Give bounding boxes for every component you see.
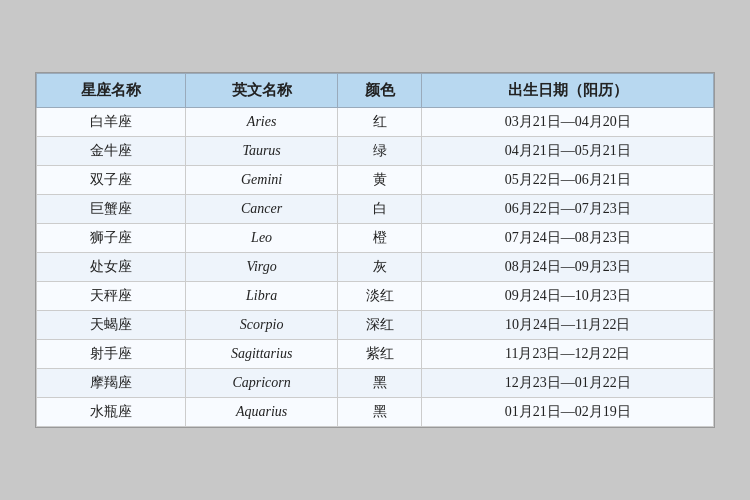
cell-row3-col2: 白 (338, 195, 422, 224)
cell-row7-col0: 天蝎座 (37, 311, 186, 340)
cell-row1-col3: 04月21日—05月21日 (422, 137, 714, 166)
cell-row5-col3: 08月24日—09月23日 (422, 253, 714, 282)
cell-row0-col1: Aries (186, 108, 338, 137)
cell-row1-col0: 金牛座 (37, 137, 186, 166)
col-header-english: 英文名称 (186, 74, 338, 108)
table-row: 巨蟹座Cancer白06月22日—07月23日 (37, 195, 714, 224)
cell-row5-col0: 处女座 (37, 253, 186, 282)
zodiac-table: 星座名称 英文名称 颜色 出生日期（阳历） 白羊座Aries红03月21日—04… (36, 73, 714, 427)
cell-row10-col2: 黑 (338, 398, 422, 427)
table-row: 双子座Gemini黄05月22日—06月21日 (37, 166, 714, 195)
cell-row9-col2: 黑 (338, 369, 422, 398)
zodiac-table-container: 星座名称 英文名称 颜色 出生日期（阳历） 白羊座Aries红03月21日—04… (35, 72, 715, 428)
cell-row8-col0: 射手座 (37, 340, 186, 369)
cell-row5-col1: Virgo (186, 253, 338, 282)
cell-row4-col3: 07月24日—08月23日 (422, 224, 714, 253)
table-row: 狮子座Leo橙07月24日—08月23日 (37, 224, 714, 253)
cell-row2-col1: Gemini (186, 166, 338, 195)
cell-row10-col3: 01月21日—02月19日 (422, 398, 714, 427)
table-row: 金牛座Taurus绿04月21日—05月21日 (37, 137, 714, 166)
table-row: 天秤座Libra淡红09月24日—10月23日 (37, 282, 714, 311)
col-header-color: 颜色 (338, 74, 422, 108)
table-row: 摩羯座Capricorn黑12月23日—01月22日 (37, 369, 714, 398)
table-row: 处女座Virgo灰08月24日—09月23日 (37, 253, 714, 282)
cell-row2-col3: 05月22日—06月21日 (422, 166, 714, 195)
cell-row4-col0: 狮子座 (37, 224, 186, 253)
cell-row0-col0: 白羊座 (37, 108, 186, 137)
cell-row1-col1: Taurus (186, 137, 338, 166)
table-row: 天蝎座Scorpio深红10月24日—11月22日 (37, 311, 714, 340)
table-row: 白羊座Aries红03月21日—04月20日 (37, 108, 714, 137)
cell-row4-col2: 橙 (338, 224, 422, 253)
table-header-row: 星座名称 英文名称 颜色 出生日期（阳历） (37, 74, 714, 108)
col-header-date: 出生日期（阳历） (422, 74, 714, 108)
cell-row0-col2: 红 (338, 108, 422, 137)
cell-row3-col1: Cancer (186, 195, 338, 224)
cell-row1-col2: 绿 (338, 137, 422, 166)
cell-row10-col1: Aquarius (186, 398, 338, 427)
cell-row7-col3: 10月24日—11月22日 (422, 311, 714, 340)
cell-row3-col3: 06月22日—07月23日 (422, 195, 714, 224)
cell-row9-col0: 摩羯座 (37, 369, 186, 398)
table-row: 水瓶座Aquarius黑01月21日—02月19日 (37, 398, 714, 427)
cell-row3-col0: 巨蟹座 (37, 195, 186, 224)
cell-row0-col3: 03月21日—04月20日 (422, 108, 714, 137)
col-header-chinese: 星座名称 (37, 74, 186, 108)
cell-row8-col1: Sagittarius (186, 340, 338, 369)
cell-row5-col2: 灰 (338, 253, 422, 282)
cell-row2-col0: 双子座 (37, 166, 186, 195)
cell-row8-col2: 紫红 (338, 340, 422, 369)
cell-row2-col2: 黄 (338, 166, 422, 195)
cell-row6-col0: 天秤座 (37, 282, 186, 311)
cell-row6-col3: 09月24日—10月23日 (422, 282, 714, 311)
cell-row7-col1: Scorpio (186, 311, 338, 340)
cell-row6-col2: 淡红 (338, 282, 422, 311)
cell-row8-col3: 11月23日—12月22日 (422, 340, 714, 369)
cell-row7-col2: 深红 (338, 311, 422, 340)
cell-row10-col0: 水瓶座 (37, 398, 186, 427)
cell-row9-col3: 12月23日—01月22日 (422, 369, 714, 398)
cell-row4-col1: Leo (186, 224, 338, 253)
cell-row6-col1: Libra (186, 282, 338, 311)
table-row: 射手座Sagittarius紫红11月23日—12月22日 (37, 340, 714, 369)
cell-row9-col1: Capricorn (186, 369, 338, 398)
